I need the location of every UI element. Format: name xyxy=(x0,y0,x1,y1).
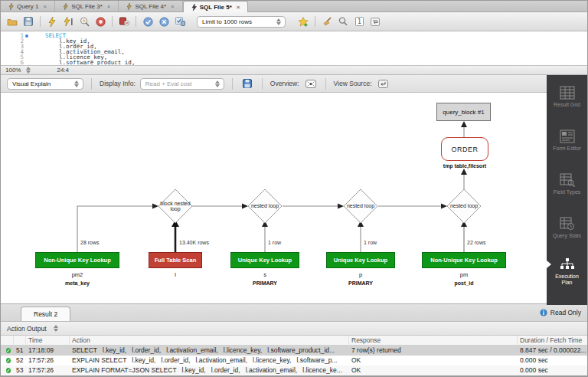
table-alias: p xyxy=(359,271,362,278)
table-alias: l xyxy=(175,271,176,278)
table-key: meta_key xyxy=(65,280,90,286)
table-node-p[interactable]: Unique Key Lookup xyxy=(326,252,395,268)
zoom-stepper-icon[interactable] xyxy=(25,66,32,74)
find-icon[interactable] xyxy=(336,15,350,28)
row-action: SELECT l.key_id, l.order_id, l.activatio… xyxy=(70,346,349,356)
execute-statement-icon[interactable] xyxy=(61,15,75,28)
row-count-label: 1 row xyxy=(268,240,281,245)
col-response: Response xyxy=(349,336,518,346)
table-node-pm[interactable]: Non-Unique Key Lookup xyxy=(422,252,506,268)
tab-close-icon[interactable]: × xyxy=(43,3,47,10)
lightning-icon xyxy=(8,3,14,10)
explain-query-icon[interactable] xyxy=(77,15,91,28)
tab-close-icon[interactable]: × xyxy=(171,3,175,10)
select-stepper-icon xyxy=(276,18,283,26)
sidebar-item-field-types[interactable]: Field Types xyxy=(547,162,587,206)
save-explain-icon[interactable] xyxy=(240,77,254,90)
action-output-row[interactable]: ✓ 53 17:57:26 EXPLAIN FORMAT=JSON SELECT… xyxy=(1,366,588,375)
row-time: 17:18:09 xyxy=(26,346,70,356)
tab-close-icon[interactable]: × xyxy=(107,3,111,10)
action-output-bar: Action Output xyxy=(1,322,588,336)
overview-label: Overview: xyxy=(270,80,299,87)
toolbar-separator xyxy=(112,16,113,27)
table-alias: pm xyxy=(460,271,468,278)
query-block-node[interactable]: query_block #1 xyxy=(436,103,491,121)
row-id: 51 xyxy=(14,346,26,356)
action-output-select-icon[interactable] xyxy=(53,324,60,333)
explain-mode-select[interactable]: Visual Explain xyxy=(7,78,83,90)
limit-rows-select[interactable]: Limit to 1000 rows xyxy=(197,16,286,28)
new-snippet-icon[interactable] xyxy=(296,15,310,28)
execute-script-icon[interactable] xyxy=(45,15,59,28)
tab-label: SQL File 4* xyxy=(135,3,166,10)
sidebar-item-result-grid[interactable]: Result Grid xyxy=(547,75,587,119)
row-time: 17:57:26 xyxy=(26,366,70,375)
lightning-icon xyxy=(191,4,197,11)
tab-sql-file-4[interactable]: SQL File 4* × xyxy=(119,1,182,11)
select-stepper-icon xyxy=(214,80,221,88)
table-alias: pm2 xyxy=(72,271,83,278)
sidebar-item-query-stats[interactable]: Query Stats xyxy=(547,206,587,250)
tab-label: Query 1 xyxy=(17,3,38,10)
tab-close-icon[interactable]: × xyxy=(237,4,240,11)
row-id: 52 xyxy=(14,356,26,366)
table-node-l[interactable]: Full Table Scan xyxy=(149,252,202,268)
tab-sql-file-5[interactable]: SQL File 5* × xyxy=(183,1,249,12)
col-time: Time xyxy=(26,336,70,346)
tab-label: SQL File 5* xyxy=(200,4,232,11)
row-count-label: 1 row xyxy=(364,240,377,245)
action-output-header: Time Action Response Duration / Fetch Ti… xyxy=(1,336,588,346)
stop-on-error-toggle-icon[interactable] xyxy=(117,15,131,28)
col-status xyxy=(1,336,14,346)
beautify-icon[interactable] xyxy=(320,15,334,28)
toolbar-separator xyxy=(136,16,136,27)
tab-label: SQL File 3* xyxy=(71,3,103,10)
word-wrap-icon[interactable] xyxy=(368,15,382,28)
invisible-characters-icon[interactable]: 1 xyxy=(352,15,366,28)
join-label: nested loop xyxy=(248,189,282,223)
mysql-workbench-window: Query 1 × SQL File 3* × SQL File 4* × SQ… xyxy=(0,0,588,377)
sidebar-item-form-editor[interactable]: Form Editor xyxy=(547,119,587,162)
display-info-value: Read + Eval cost xyxy=(145,80,192,87)
row-time: 17:57:26 xyxy=(26,356,70,366)
lightning-icon xyxy=(63,3,68,10)
editor-tab-bar: Query 1 × SQL File 3* × SQL File 4* × SQ… xyxy=(1,1,587,12)
table-node-s[interactable]: Unique Key Lookup xyxy=(230,252,299,268)
overview-icon[interactable] xyxy=(304,77,318,90)
action-output-row[interactable]: ✓ 52 17:57:26 EXPLAIN SELECT l.key_id, l… xyxy=(1,356,588,366)
autocommit-toggle-icon[interactable] xyxy=(173,15,187,28)
table-alias: s xyxy=(263,271,266,278)
order-node[interactable]: ORDER xyxy=(441,137,488,161)
display-info-select[interactable]: Read + Eval cost xyxy=(140,78,224,90)
statement-marker-icon xyxy=(24,34,30,38)
tab-query-1[interactable]: Query 1 × xyxy=(1,1,55,11)
tab-sql-file-3[interactable]: SQL File 3* × xyxy=(55,1,119,11)
execution-plan-icon xyxy=(560,257,575,271)
sidebar-item-execution-plan[interactable]: Execution Plan xyxy=(547,250,587,293)
row-count-label: 22 rows xyxy=(467,240,486,245)
sql-editor-toolbar: Limit to 1000 rows 1 xyxy=(1,12,587,31)
view-source-icon[interactable] xyxy=(377,77,390,90)
open-file-icon[interactable] xyxy=(5,15,19,28)
sql-editor[interactable]: 1 SELECT 2 l.key_id, 3 l.order_id, 4 l.a… xyxy=(1,31,587,65)
save-icon[interactable] xyxy=(21,15,35,28)
join-label: block nested loop xyxy=(158,189,192,223)
join-label: nested loop xyxy=(344,189,377,223)
editor-status-bar: 100% 24:4 xyxy=(1,65,587,75)
stop-icon[interactable] xyxy=(93,15,107,28)
action-output-row[interactable]: ✓ 51 17:18:09 SELECT l.key_id, l.order_i… xyxy=(1,346,588,356)
query-stats-icon xyxy=(560,217,575,231)
row-response: OK xyxy=(349,356,518,366)
commit-icon[interactable] xyxy=(141,15,155,28)
toolbar-separator xyxy=(40,16,41,27)
result-side-panel: Result Grid Form Editor Field Types Quer… xyxy=(547,75,587,305)
row-duration: 0.000 sec xyxy=(518,356,588,366)
field-types-icon xyxy=(560,173,575,187)
toolbar-separator xyxy=(91,78,92,90)
rollback-icon[interactable] xyxy=(157,15,171,28)
result-tab[interactable]: Result 2 xyxy=(21,307,70,321)
result-tab-bar: Result 2 Read Only xyxy=(1,303,588,322)
success-icon: ✓ xyxy=(6,358,11,363)
table-node-pm2[interactable]: Non-Unique Key Lookup xyxy=(35,252,119,268)
read-only-indicator: Read Only xyxy=(540,309,581,316)
